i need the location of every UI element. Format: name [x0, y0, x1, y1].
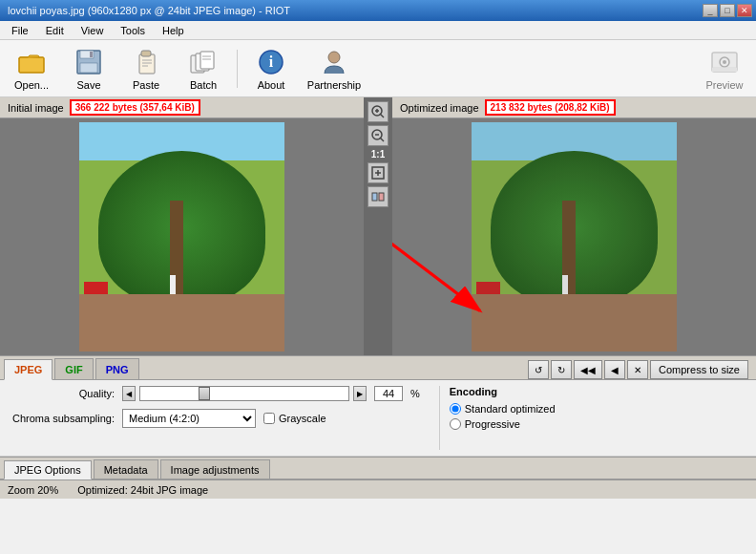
encoding-standard-label: Standard optimized: [450, 403, 556, 415]
partnership-button[interactable]: Partnership: [301, 43, 368, 95]
quality-increase-button[interactable]: ▶: [353, 386, 367, 401]
fit-button[interactable]: [368, 162, 388, 183]
png-tab-label: PNG: [106, 364, 129, 375]
zoom-in-button[interactable]: [368, 101, 388, 122]
quality-row: Quality: ◀ ▶ 44 %: [10, 386, 420, 401]
svg-rect-5: [80, 63, 97, 73]
menu-view[interactable]: View: [74, 23, 112, 38]
right-label-bar: Optimized image 213 832 bytes (208,82 Ki…: [392, 97, 756, 118]
chroma-select[interactable]: Medium (4:2:0) High (4:4:4) Low (4:1:1): [122, 409, 256, 428]
maximize-button[interactable]: □: [720, 4, 735, 17]
preview-label: Preview: [705, 79, 743, 91]
tab-png[interactable]: PNG: [95, 358, 139, 379]
tab-metadata[interactable]: Metadata: [94, 459, 158, 479]
tab-gif[interactable]: GIF: [54, 358, 93, 379]
save-button[interactable]: Save: [61, 43, 116, 95]
close-button[interactable]: ✕: [737, 4, 752, 17]
menu-file[interactable]: File: [4, 23, 36, 38]
quality-slider-container: ◀ ▶: [122, 386, 367, 401]
optimized-label: Optimized image: [400, 102, 479, 114]
save-label: Save: [76, 79, 100, 91]
encoding-progressive-label: Progressive: [450, 418, 556, 430]
info-icon: i: [256, 47, 286, 77]
svg-rect-34: [372, 193, 377, 201]
batch-label: Batch: [190, 79, 217, 91]
compress-to-size-button[interactable]: Compress to size: [650, 360, 748, 379]
image-area: Initial image 366 222 bytes (357,64 KiB): [0, 97, 756, 355]
minimize-button[interactable]: _: [703, 4, 718, 17]
zoom-out-button[interactable]: [368, 125, 388, 146]
chroma-label: Chroma subsampling:: [10, 413, 115, 424]
quality-group: Quality: ◀ ▶ 44 % Chroma subsampling: Me…: [10, 386, 420, 450]
encoding-title: Encoding: [450, 386, 556, 397]
tab-jpeg-options[interactable]: JPEG Options: [4, 460, 92, 479]
svg-rect-35: [379, 193, 384, 201]
title-bar: lovchii poyas.jpg (960x1280 px @ 24bit J…: [0, 0, 756, 21]
toolbar: Open... Save Paste: [0, 40, 756, 97]
compare-button[interactable]: [368, 186, 388, 207]
image-info-status: Optimized: 24bit JPG image: [77, 484, 208, 496]
paste-button[interactable]: Paste: [118, 43, 174, 95]
partnership-label: Partnership: [307, 79, 361, 91]
separator-1: [237, 50, 238, 88]
initial-size-badge: 366 222 bytes (357,64 KiB): [70, 99, 200, 116]
close-image-button[interactable]: ✕: [627, 360, 648, 379]
status-bar: Zoom 20% Optimized: 24bit JPG image: [0, 479, 756, 499]
encoding-progressive-text: Progressive: [465, 418, 520, 430]
chroma-row: Chroma subsampling: Medium (4:2:0) High …: [10, 409, 420, 428]
format-tabs-bar: JPEG GIF PNG ↺ ↻ ◀◀ ◀ ✕ Compress to size: [0, 355, 756, 380]
encoding-standard-radio[interactable]: [450, 403, 461, 415]
initial-image: [79, 122, 284, 352]
svg-rect-7: [141, 51, 151, 56]
batch-button[interactable]: Batch: [176, 43, 231, 95]
encoding-group: Encoding Standard optimized Progressive: [439, 386, 556, 450]
zoom-status: Zoom 20%: [8, 484, 58, 496]
svg-rect-6: [139, 54, 155, 74]
bottom-tabs-bar: JPEG Options Metadata Image adjustments: [0, 457, 756, 479]
format-bar-right: ↺ ↻ ◀◀ ◀ ✕ Compress to size: [141, 360, 752, 379]
disk-icon: [74, 47, 104, 77]
preview-button[interactable]: Preview: [697, 43, 752, 95]
about-label: About: [258, 79, 285, 91]
svg-line-25: [380, 114, 384, 117]
quality-slider-thumb[interactable]: [199, 387, 210, 400]
quality-decrease-button[interactable]: ◀: [122, 386, 136, 401]
quality-label: Quality:: [10, 388, 115, 399]
quality-slider-track[interactable]: [139, 386, 349, 401]
svg-line-29: [380, 138, 384, 141]
quality-percent: %: [410, 388, 420, 399]
menu-edit[interactable]: Edit: [38, 23, 72, 38]
about-button[interactable]: i About: [243, 43, 299, 95]
tab-jpeg[interactable]: JPEG: [4, 359, 52, 380]
initial-image-container[interactable]: [0, 118, 364, 355]
menu-bar: File Edit View Tools Help: [0, 21, 756, 40]
metadata-tab-label: Metadata: [104, 464, 148, 476]
svg-rect-23: [712, 68, 737, 72]
prev-prev-button[interactable]: ◀◀: [574, 360, 602, 379]
optimized-image: [472, 122, 677, 352]
menu-help[interactable]: Help: [155, 23, 192, 38]
jpeg-tab-label: JPEG: [14, 364, 42, 375]
image-adjustments-tab-label: Image adjustments: [171, 464, 260, 476]
encoding-progressive-radio[interactable]: [450, 418, 461, 430]
left-panel: Initial image 366 222 bytes (357,64 KiB): [0, 97, 364, 355]
undo-button[interactable]: ↺: [528, 360, 549, 379]
open-button[interactable]: Open...: [4, 43, 59, 95]
prev-button[interactable]: ◀: [604, 360, 625, 379]
tab-image-adjustments[interactable]: Image adjustments: [160, 459, 270, 479]
jpeg-options-tab-label: JPEG Options: [14, 464, 81, 476]
paste-label: Paste: [133, 79, 159, 91]
window-title: lovchii poyas.jpg (960x1280 px @ 24bit J…: [4, 5, 290, 16]
optimized-image-container[interactable]: [392, 118, 756, 355]
grayscale-checkbox[interactable]: [263, 413, 275, 424]
batch-icon: [188, 47, 219, 77]
folder-icon: [16, 47, 47, 77]
preview-icon: [709, 47, 740, 77]
menu-tools[interactable]: Tools: [113, 23, 153, 38]
gif-tab-label: GIF: [65, 364, 82, 375]
initial-label: Initial image: [8, 102, 64, 114]
zoom-controls: 1:1: [364, 97, 392, 355]
grayscale-label: Grayscale: [279, 413, 326, 424]
svg-rect-13: [200, 52, 214, 69]
redo-button[interactable]: ↻: [551, 360, 572, 379]
